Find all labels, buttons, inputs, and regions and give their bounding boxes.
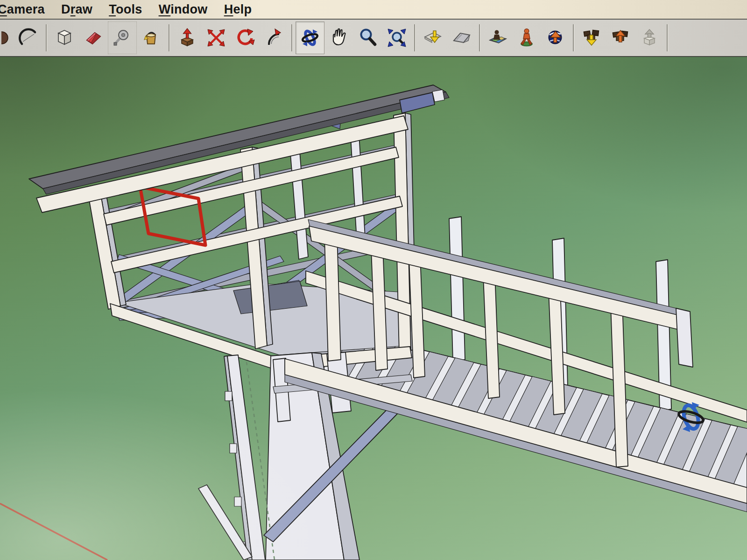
photo-textures-icon [487,27,508,49]
sketchup-window: Camera Draw Tools Window Help [0,0,747,560]
circle-tool-icon [1,27,14,49]
circle-tool-button[interactable] [1,21,14,54]
menu-bar: Camera Draw Tools Window Help [0,0,747,20]
share-model-icon [610,27,631,49]
pan-icon [328,27,350,49]
paint-bucket-button[interactable] [137,21,166,54]
menu-tools[interactable]: Tools [108,2,143,17]
rotate-icon [234,27,256,49]
zoom-button[interactable] [353,21,382,54]
make-component-button[interactable] [50,21,79,54]
toolbar-separator [46,24,47,51]
toolbar [0,20,747,57]
zoom-extents-icon [386,27,408,49]
orbit-icon [299,27,321,49]
make-component-icon [54,27,75,49]
position-camera-button[interactable] [512,21,541,54]
get-models-button[interactable] [577,21,606,54]
zoom-extents-button[interactable] [382,21,411,54]
model-viewport[interactable] [0,57,747,560]
push-pull-icon [176,27,198,49]
get-models-icon [581,27,602,49]
photo-textures-button[interactable] [483,21,512,54]
move-button[interactable] [202,21,231,54]
eraser-button[interactable] [79,21,108,54]
place-model-google-earth-button[interactable] [541,21,570,54]
tape-measure-icon [112,27,133,49]
toolbar-separator [414,24,416,51]
arc-tool-button[interactable] [14,21,43,54]
move-icon [205,27,227,49]
toolbar-separator [291,24,293,51]
toggle-terrain-icon [451,27,472,49]
menu-window[interactable]: Window [158,2,209,17]
get-current-view-button[interactable] [418,21,447,54]
toolbar-separator [667,24,668,51]
toolbar-separator [479,24,480,51]
place-model-google-earth-icon [545,27,566,49]
zoom-icon [357,27,379,49]
menu-camera[interactable]: Camera [0,2,46,17]
menu-draw[interactable]: Draw [60,2,93,17]
share-component-icon [639,27,660,49]
pan-button[interactable] [324,21,353,54]
tape-measure-button[interactable] [108,21,137,54]
rotate-button[interactable] [231,21,260,54]
menu-help[interactable]: Help [223,2,253,17]
toolbar-separator [169,24,170,51]
share-component-button[interactable] [635,21,664,54]
orbit-button[interactable] [296,21,324,54]
red-axis [0,503,107,560]
get-current-view-icon [422,27,444,49]
model-canvas[interactable] [0,57,747,560]
offset-button[interactable] [260,21,289,54]
toolbar-separator [573,24,574,51]
eraser-icon [83,27,104,49]
arc-tool-icon [18,27,39,49]
paint-bucket-icon [141,27,162,49]
toggle-terrain-button[interactable] [447,21,476,54]
offset-icon [263,27,285,49]
share-model-button[interactable] [606,21,635,54]
position-camera-icon [516,27,537,49]
push-pull-button[interactable] [173,21,202,54]
